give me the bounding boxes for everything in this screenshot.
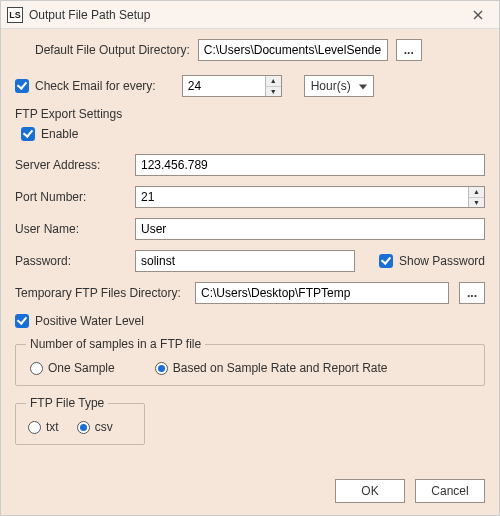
filetype-legend: FTP File Type [26,396,108,410]
samples-legend: Number of samples in a FTP file [26,337,205,351]
ok-button[interactable]: OK [335,479,405,503]
close-button[interactable] [463,5,493,25]
default-dir-browse-button[interactable]: ... [396,39,422,61]
one-sample-radio[interactable]: One Sample [30,361,115,375]
titlebar: LS Output File Path Setup [1,1,499,29]
password-label: Password: [15,254,125,268]
ftp-settings-heading: FTP Export Settings [15,107,485,121]
port-number-label: Port Number: [15,190,125,204]
app-icon: LS [7,7,23,23]
checkmark-icon [15,314,29,328]
positive-water-level-label: Positive Water Level [35,314,144,328]
spin-up-button[interactable]: ▲ [266,76,281,87]
positive-water-level-checkbox[interactable]: Positive Water Level [15,314,144,328]
user-name-label: User Name: [15,222,125,236]
sample-rate-label: Based on Sample Rate and Report Rate [173,361,388,375]
show-password-checkbox[interactable]: Show Password [379,254,485,268]
spin-down-button[interactable]: ▼ [266,87,281,97]
txt-radio[interactable]: txt [28,420,59,434]
csv-radio[interactable]: csv [77,420,113,434]
sample-rate-radio[interactable]: Based on Sample Rate and Report Rate [155,361,388,375]
temp-dir-label: Temporary FTP Files Directory: [15,286,185,300]
ftp-enable-checkbox[interactable]: Enable [21,127,78,141]
server-address-label: Server Address: [15,158,125,172]
check-email-checkbox[interactable]: Check Email for every: [15,79,156,93]
samples-fieldset: Number of samples in a FTP file One Samp… [15,337,485,386]
dialog-window: LS Output File Path Setup Default File O… [0,0,500,516]
check-email-interval-spinner[interactable]: ▲ ▼ [182,75,282,97]
port-number-spinner[interactable]: ▲ ▼ [135,186,485,208]
csv-label: csv [95,420,113,434]
default-dir-label: Default File Output Directory: [35,43,190,57]
radio-icon [155,362,168,375]
port-number-input[interactable] [135,186,485,208]
password-input[interactable] [135,250,355,272]
checkmark-icon [15,79,29,93]
close-icon [473,10,483,20]
checkmark-icon [21,127,35,141]
filetype-fieldset: FTP File Type txt csv [15,396,145,445]
check-email-label: Check Email for every: [35,79,156,93]
radio-icon [77,421,90,434]
ftp-enable-label: Enable [41,127,78,141]
one-sample-label: One Sample [48,361,115,375]
temp-dir-browse-button[interactable]: ... [459,282,485,304]
check-email-unit-select[interactable]: Hour(s) [304,75,374,97]
window-title: Output File Path Setup [29,8,150,22]
spin-down-button[interactable]: ▼ [469,198,484,208]
show-password-label: Show Password [399,254,485,268]
check-email-unit-value: Hour(s) [311,79,351,93]
txt-label: txt [46,420,59,434]
checkmark-icon [379,254,393,268]
spin-up-button[interactable]: ▲ [469,187,484,198]
radio-icon [30,362,43,375]
default-dir-input[interactable] [198,39,388,61]
cancel-button[interactable]: Cancel [415,479,485,503]
temp-dir-input[interactable] [195,282,449,304]
user-name-input[interactable] [135,218,485,240]
server-address-input[interactable] [135,154,485,176]
radio-icon [28,421,41,434]
